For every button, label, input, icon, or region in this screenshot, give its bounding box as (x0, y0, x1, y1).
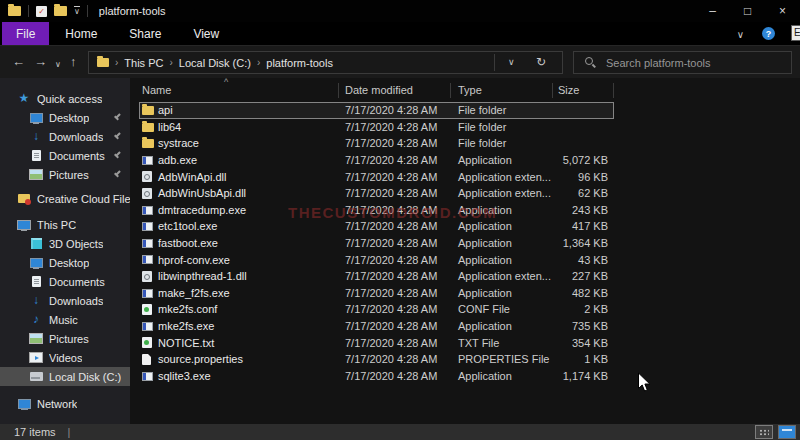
file-row[interactable]: mke2fs.conf 7/17/2020 4:28 AM CONF File … (130, 301, 800, 318)
video-icon (29, 351, 43, 364)
file-size: 735 KB (510, 320, 608, 332)
tab-view[interactable]: View (177, 22, 235, 45)
view-toggle-buttons (755, 425, 796, 439)
column-header-type[interactable]: Type (458, 84, 482, 96)
column-header-name[interactable]: Name (142, 84, 171, 96)
column-divider[interactable] (552, 83, 553, 98)
sidebar-item[interactable]: Local Disk (C:) (0, 367, 130, 386)
file-name: mke2fs.exe (158, 320, 214, 332)
file-date: 7/17/2020 4:28 AM (345, 303, 437, 315)
cc-icon (17, 192, 31, 205)
forward-icon[interactable]: → (34, 55, 47, 68)
download-icon (29, 130, 43, 143)
sidebar-item[interactable]: Videos (0, 348, 130, 367)
refresh-icon[interactable]: ↻ (536, 55, 546, 69)
breadcrumb-local-disk[interactable]: Local Disk (C:) (179, 57, 251, 69)
file-row[interactable]: mke2fs.exe 7/17/2020 4:28 AM Application… (130, 318, 800, 335)
breadcrumb-separator: › (169, 57, 172, 68)
column-header-date[interactable]: Date modified (345, 84, 413, 96)
sidebar-item[interactable]: Quick access (0, 89, 130, 108)
file-name: lib64 (158, 121, 181, 133)
search-icon (585, 57, 597, 69)
file-row[interactable]: NOTICE.txt 7/17/2020 4:28 AM TXT File 35… (130, 334, 800, 351)
properties-icon[interactable]: ✓ (36, 6, 47, 17)
dll-file-icon (142, 271, 152, 282)
help-icon[interactable]: ? (762, 27, 775, 40)
explorer-window: ✓ ∨ platform-tools – □ × File Home Share… (0, 0, 800, 440)
file-date: 7/17/2020 4:28 AM (345, 337, 437, 349)
column-header-size[interactable]: Size (558, 84, 579, 96)
ribbon-expand-icon[interactable]: ∨ (737, 29, 744, 40)
address-dropdown-icon[interactable]: ∨ (508, 57, 515, 67)
file-type: File folder (458, 104, 506, 116)
qat-customize-chevron-icon[interactable]: ∨ (74, 6, 80, 16)
column-divider[interactable] (450, 83, 451, 98)
sidebar-item[interactable]: Network (0, 394, 130, 413)
history-dropdown-icon[interactable]: ∨ (55, 58, 61, 71)
tab-home[interactable]: Home (49, 22, 113, 45)
file-row[interactable]: sqlite3.exe 7/17/2020 4:28 AM Applicatio… (130, 368, 800, 385)
sidebar-item[interactable]: Documents (0, 146, 130, 165)
file-name: dmtracedump.exe (158, 204, 246, 216)
large-icons-view-icon[interactable] (778, 425, 796, 439)
sidebar-item[interactable]: Desktop (0, 108, 130, 127)
tab-share[interactable]: Share (113, 22, 177, 45)
file-row[interactable]: make_f2fs.exe 7/17/2020 4:28 AM Applicat… (130, 285, 800, 302)
sidebar-item[interactable]: Pictures (0, 329, 130, 348)
file-name: sqlite3.exe (158, 370, 211, 382)
file-type: File folder (458, 121, 506, 133)
new-folder-icon[interactable] (54, 6, 67, 16)
sidebar-item[interactable]: Pictures (0, 165, 130, 184)
sidebar-item[interactable]: Desktop (0, 253, 130, 272)
tooltip-fragment: E (791, 25, 800, 41)
sidebar-item[interactable]: Downloads (0, 291, 130, 310)
monitor-icon (29, 256, 43, 269)
file-row[interactable]: api 7/17/2020 4:28 AM File folder (130, 102, 800, 119)
file-row[interactable]: source.properties 7/17/2020 4:28 AM PROP… (130, 351, 800, 368)
maximize-button[interactable]: □ (730, 0, 765, 22)
sidebar-item[interactable]: Downloads (0, 127, 130, 146)
file-row[interactable]: hprof-conv.exe 7/17/2020 4:28 AM Applica… (130, 251, 800, 268)
close-button[interactable]: × (765, 0, 800, 22)
file-date: 7/17/2020 4:28 AM (345, 104, 437, 116)
file-row[interactable]: systrace 7/17/2020 4:28 AM File folder (130, 135, 800, 152)
file-name: api (158, 104, 173, 116)
tab-file[interactable]: File (2, 22, 49, 45)
minimize-button[interactable]: – (695, 0, 730, 22)
file-row[interactable]: fastboot.exe 7/17/2020 4:28 AM Applicati… (130, 235, 800, 252)
breadcrumb: › This PC › Local Disk (C:) › platform-t… (89, 57, 333, 69)
breadcrumb-platform-tools[interactable]: platform-tools (266, 57, 333, 69)
file-row[interactable]: lib64 7/17/2020 4:28 AM File folder (130, 119, 800, 136)
file-row[interactable]: AdbWinApi.dll 7/17/2020 4:28 AM Applicat… (130, 168, 800, 185)
sidebar-item[interactable]: Creative Cloud Files (0, 189, 130, 208)
file-type: Application (458, 237, 512, 249)
sidebar-item[interactable]: This PC (0, 215, 130, 234)
doc-icon (29, 275, 43, 288)
address-bar[interactable]: › This PC › Local Disk (C:) › platform-t… (88, 51, 563, 74)
sidebar-item[interactable]: 3D Objects (0, 234, 130, 253)
sidebar: Quick access Desktop Downloads Documents… (0, 78, 130, 424)
music-icon (29, 313, 43, 326)
breadcrumb-this-pc[interactable]: This PC (124, 57, 163, 69)
column-divider[interactable] (613, 83, 614, 98)
up-icon[interactable]: ↑ (70, 55, 77, 68)
file-row[interactable]: adb.exe 7/17/2020 4:28 AM Application 5,… (130, 152, 800, 169)
sidebar-item[interactable]: Music (0, 310, 130, 329)
gearpage-file-icon (142, 304, 152, 315)
app-folder-icon (8, 6, 21, 16)
page-file-icon (142, 354, 151, 365)
location-folder-icon (97, 58, 109, 67)
search-input[interactable]: Search platform-tools (573, 51, 792, 74)
file-type: Application (458, 220, 512, 232)
file-name: AdbWinUsbApi.dll (158, 187, 246, 199)
sidebar-item[interactable]: Documents (0, 272, 130, 291)
file-row[interactable]: AdbWinUsbApi.dll 7/17/2020 4:28 AM Appli… (130, 185, 800, 202)
file-row[interactable]: libwinpthread-1.dll 7/17/2020 4:28 AM Ap… (130, 268, 800, 285)
folder-file-icon (142, 123, 154, 132)
file-name: adb.exe (158, 154, 197, 166)
back-icon[interactable]: ← (12, 55, 25, 68)
file-name: etc1tool.exe (158, 220, 217, 232)
app-file-icon (142, 322, 153, 331)
column-divider[interactable] (338, 83, 339, 98)
details-view-icon[interactable] (755, 425, 773, 439)
